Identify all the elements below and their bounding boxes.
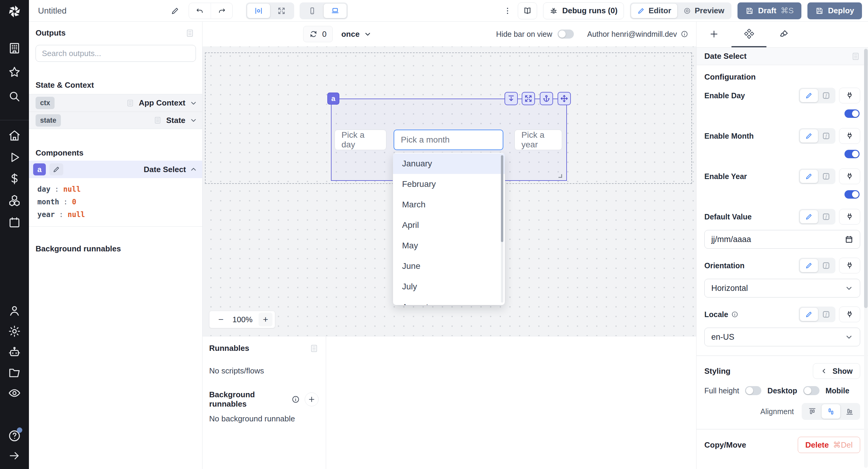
state-row[interactable]: state State	[29, 112, 202, 129]
refresh-counter[interactable]: 0	[303, 26, 333, 42]
output-prop-day[interactable]: day:null	[37, 183, 202, 196]
app-title[interactable]: Untitled	[38, 6, 170, 16]
static-mode-pencil-icon[interactable]	[800, 210, 818, 223]
tab-insert-plus-icon[interactable]	[696, 22, 732, 47]
undo-icon[interactable]	[189, 3, 211, 19]
month-option[interactable]: February	[393, 174, 505, 194]
expand-down-icon[interactable]	[504, 92, 518, 105]
runs-icon[interactable]	[0, 150, 29, 164]
month-select-input[interactable]: Pick a month	[394, 130, 503, 150]
month-option[interactable]: July	[393, 276, 505, 297]
connect-plug-icon[interactable]	[839, 307, 860, 322]
move-icon[interactable]	[558, 92, 571, 105]
output-prop-year[interactable]: year:null	[37, 208, 202, 221]
align-top-icon[interactable]	[803, 404, 822, 419]
home-icon[interactable]	[0, 128, 29, 143]
connect-plug-icon[interactable]	[839, 209, 860, 224]
calendar-icon[interactable]	[845, 235, 853, 244]
dropdown-scrollbar-thumb[interactable]	[501, 155, 503, 242]
edit-title-pencil-icon[interactable]	[170, 6, 180, 15]
eval-mode-function-icon[interactable]: f	[818, 129, 834, 143]
redo-icon[interactable]	[211, 3, 232, 19]
eval-mode-function-icon[interactable]: f	[818, 170, 834, 183]
month-option[interactable]: June	[393, 256, 505, 276]
variables-icon[interactable]	[0, 171, 29, 186]
debug-runs-button[interactable]: Debug runs (0)	[543, 2, 624, 19]
align-bottom-icon[interactable]	[840, 404, 859, 419]
enable-month-toggle[interactable]	[844, 150, 860, 158]
ctx-chevron-down-icon[interactable]	[190, 99, 197, 107]
docs-book-icon[interactable]	[518, 2, 537, 19]
enable-day-toggle[interactable]	[844, 110, 860, 118]
search-outputs-input[interactable]	[36, 45, 196, 62]
draft-button[interactable]: Draft ⌘S	[738, 2, 801, 19]
static-mode-pencil-icon[interactable]	[800, 308, 818, 321]
centered-layout-icon[interactable]	[247, 4, 270, 18]
zoom-in-button[interactable]: +	[258, 313, 273, 326]
enable-year-toggle[interactable]	[844, 190, 860, 199]
hide-bar-toggle[interactable]	[558, 30, 574, 39]
more-menu-kebab-icon[interactable]	[503, 7, 512, 15]
tab-editor[interactable]: Editor	[631, 4, 677, 18]
logs-eye-icon[interactable]	[0, 386, 29, 400]
orientation-select[interactable]: Horizontal	[704, 279, 860, 298]
fullscreen-layout-icon[interactable]	[270, 4, 293, 18]
expand-fullsize-icon[interactable]	[522, 92, 535, 105]
connect-plug-icon[interactable]	[839, 88, 860, 103]
mobile-preview-icon[interactable]	[301, 4, 324, 18]
year-select-input[interactable]: Pick a year	[515, 130, 562, 150]
resources-icon[interactable]	[0, 193, 29, 208]
resize-handle[interactable]	[558, 174, 562, 178]
workspace-icon[interactable]	[0, 41, 29, 56]
tab-styling-brush-icon[interactable]	[767, 22, 801, 47]
month-option[interactable]: May	[393, 236, 505, 256]
delete-component-button[interactable]: Delete ⌘Del	[798, 437, 860, 453]
day-select-input[interactable]: Pick a day	[335, 130, 386, 150]
connect-plug-icon[interactable]	[839, 258, 860, 273]
add-background-runnable-icon[interactable]	[305, 393, 318, 406]
eval-mode-function-icon[interactable]: f	[818, 259, 834, 272]
full-height-toggle[interactable]	[745, 386, 761, 395]
help-icon[interactable]	[0, 429, 29, 443]
run-mode-select[interactable]: once	[341, 30, 372, 39]
outputs-doc-icon[interactable]	[185, 29, 194, 38]
component-chevron-up-icon[interactable]	[190, 165, 197, 173]
eval-mode-function-icon[interactable]: f	[818, 210, 834, 223]
desktop-mobile-toggle[interactable]	[803, 386, 819, 395]
anchor-icon[interactable]	[540, 92, 553, 105]
windmill-logo-icon[interactable]	[5, 2, 24, 21]
month-option[interactable]: August	[393, 297, 505, 305]
locale-select[interactable]: en-US	[704, 327, 860, 346]
align-center-icon[interactable]	[822, 404, 840, 419]
tab-preview[interactable]: Preview	[677, 4, 730, 18]
default-value-date-input[interactable]: jj/mm/aaaa	[704, 230, 860, 249]
month-option[interactable]: March	[393, 194, 505, 215]
connect-plug-icon[interactable]	[839, 168, 860, 184]
search-icon[interactable]	[0, 89, 29, 104]
favorites-icon[interactable]	[0, 65, 29, 79]
state-chevron-down-icon[interactable]	[190, 116, 197, 124]
static-mode-pencil-icon[interactable]	[800, 170, 818, 183]
locale-info-icon[interactable]	[731, 311, 738, 318]
workers-robot-icon[interactable]	[0, 345, 29, 359]
tab-component-settings-icon[interactable]	[732, 22, 767, 47]
schedules-icon[interactable]	[0, 215, 29, 230]
static-mode-pencil-icon[interactable]	[800, 89, 818, 102]
component-list-item[interactable]: a Date Select	[29, 161, 202, 178]
static-mode-pencil-icon[interactable]	[800, 259, 818, 272]
output-prop-month[interactable]: month:0	[37, 196, 202, 208]
runnables-doc-icon[interactable]	[310, 344, 318, 353]
settings-gear-icon[interactable]	[0, 324, 29, 339]
desktop-preview-icon[interactable]	[324, 4, 347, 18]
collapse-sidebar-icon[interactable]	[0, 448, 29, 463]
deploy-button[interactable]: Deploy	[807, 2, 862, 19]
zoom-out-button[interactable]: −	[216, 314, 226, 324]
background-runnables-info-icon[interactable]	[291, 395, 300, 404]
ctx-row[interactable]: ctx App Context	[29, 94, 202, 112]
month-option[interactable]: April	[393, 215, 505, 236]
folders-icon[interactable]	[0, 365, 29, 380]
inspector-doc-icon[interactable]	[851, 52, 860, 61]
author-info-icon[interactable]	[681, 30, 688, 38]
static-mode-pencil-icon[interactable]	[800, 129, 818, 143]
rename-component-pencil-icon[interactable]	[50, 163, 63, 176]
